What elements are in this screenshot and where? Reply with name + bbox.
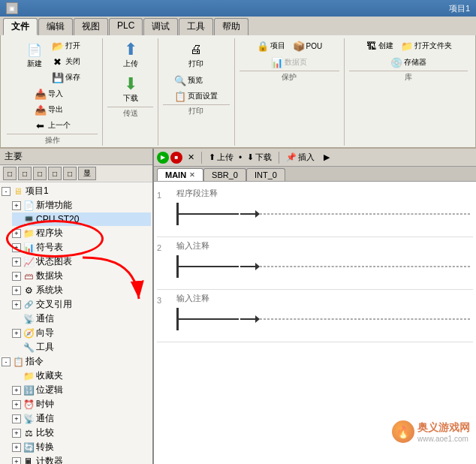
tree-item-bitlogic[interactable]: + 🔢 位逻辑 xyxy=(12,383,151,397)
tree-item-convert[interactable]: + 🔄 转换 xyxy=(12,440,151,454)
expand-counter[interactable]: + xyxy=(12,457,21,465)
expand-wizard[interactable]: + xyxy=(12,329,21,338)
import-button[interactable]: 📥 导入 xyxy=(32,86,74,101)
project-icon: 🖥 xyxy=(12,185,24,197)
tools-label: 工具 xyxy=(36,341,54,354)
open-folder-icon: 📁 xyxy=(401,40,413,52)
tree-item-newfeature[interactable]: + 📄 新增功能 xyxy=(12,198,151,212)
clock-icon: ⏰ xyxy=(23,399,35,411)
expand-convert[interactable]: + xyxy=(12,443,21,452)
symboltable-icon: 📊 xyxy=(23,242,35,254)
expand-newfeature[interactable]: + xyxy=(12,201,21,210)
upload-button[interactable]: ⬆ 上传 xyxy=(118,38,143,71)
expand-bitlogic[interactable]: + xyxy=(12,386,21,395)
save-button[interactable]: 💾 保存 xyxy=(49,70,83,85)
tree-item-progblocks[interactable]: + 📁 程序块 xyxy=(12,226,151,240)
tab-main[interactable]: MAIN ✕ xyxy=(157,168,203,181)
tab-main-close[interactable]: ✕ xyxy=(189,171,195,179)
tree-item-comm[interactable]: + 📡 通信 xyxy=(12,312,151,326)
tab-help[interactable]: 帮助 xyxy=(214,18,249,35)
tree-item-crossref[interactable]: + 🔗 交叉引用 xyxy=(12,297,151,312)
tree-item-statuschart[interactable]: + 📈 状态图表 xyxy=(12,255,151,269)
stop-button[interactable]: ■ xyxy=(170,152,182,164)
right-toolbar: ▶ ■ ✕ ⬆ 上传 • ⬇ 下载 📌 插入 ▶ xyxy=(154,149,476,167)
rung-line-1b xyxy=(260,213,470,215)
tab-sbr0[interactable]: SBR_0 xyxy=(203,168,246,181)
run-button[interactable]: ▶ xyxy=(157,152,169,164)
close-button[interactable]: ✖ 关闭 xyxy=(49,54,83,69)
tree-item-project[interactable]: - 🖥 项目1 xyxy=(2,184,151,198)
expand-instructions[interactable]: - xyxy=(2,357,11,366)
preview-button[interactable]: 🔍 预览 xyxy=(171,73,221,88)
expand-sysblock[interactable]: + xyxy=(12,286,21,295)
panel-btn-1[interactable]: □ xyxy=(3,167,17,180)
editor-content[interactable]: 1 程序段注释 xyxy=(154,182,476,464)
expand-clock[interactable]: + xyxy=(12,400,21,409)
tab-plc[interactable]: PLC xyxy=(109,18,143,35)
toolbar-upload-btn[interactable]: ⬆ 上传 xyxy=(205,150,237,164)
tree-item-compare[interactable]: + ⚖ 比较 xyxy=(12,426,151,440)
tree-item-favorites[interactable]: + 📁 收藏夹 xyxy=(12,369,151,383)
tree-item-tools[interactable]: + 🔧 工具 xyxy=(12,340,151,354)
tree-item-clock[interactable]: + ⏰ 时钟 xyxy=(12,397,151,411)
create-icon: 🏗 xyxy=(365,40,377,52)
expand-progblocks[interactable]: + xyxy=(12,229,21,238)
expand-symboltable[interactable]: + xyxy=(12,243,21,252)
toolbar-more-btn[interactable]: ▶ xyxy=(320,151,333,164)
tab-edit[interactable]: 编辑 xyxy=(38,18,73,35)
open-folder-button[interactable]: 📁 打开文件夹 xyxy=(398,38,455,53)
tree-item-instructions[interactable]: - 📋 指令 xyxy=(2,354,151,369)
expand-comm2[interactable]: + xyxy=(12,414,21,423)
up-arrow-icon: ⬆ xyxy=(209,152,215,162)
panel-btn-3[interactable]: □ xyxy=(33,167,47,180)
panel-btn-4[interactable]: □ xyxy=(48,167,62,180)
newfeature-icon: 📄 xyxy=(23,200,35,212)
protect-data-button[interactable]: 📊 数据页 xyxy=(268,55,310,70)
tree-item-comm2[interactable]: + 📡 通信 xyxy=(12,411,151,426)
expand-statuschart[interactable]: + xyxy=(12,258,21,267)
download-button[interactable]: ⬇ 下载 xyxy=(118,73,143,106)
statuschart-label: 状态图表 xyxy=(36,255,72,268)
actions-buttons: 📄 新建 📂 打开 ✖ 关闭 💾 保存 xyxy=(7,38,98,133)
print-main-button[interactable]: 🖨 打印 xyxy=(183,38,209,71)
page-setup-button[interactable]: 📋 页面设置 xyxy=(171,89,221,104)
toolbar-x-button[interactable]: ✕ xyxy=(184,151,198,164)
tab-view[interactable]: 视图 xyxy=(74,18,108,35)
panel-btn-5[interactable]: □ xyxy=(63,167,77,180)
tree-item-cpu[interactable]: + 💻 CPU ST20 xyxy=(12,212,151,226)
tree-item-counter[interactable]: + 🖩 计数器 xyxy=(12,454,151,464)
panel-btn-2[interactable]: □ xyxy=(18,167,32,180)
storage-button[interactable]: 💿 存储器 xyxy=(387,55,429,70)
toolbar-download-btn[interactable]: ⬇ 下载 xyxy=(243,150,276,164)
rung-1-content: 程序段注释 xyxy=(173,188,473,234)
expand-crossref[interactable]: + xyxy=(12,300,21,309)
panel-btn-display[interactable]: 显 xyxy=(78,167,96,180)
protect-pou-button[interactable]: 📦 POU xyxy=(290,38,326,53)
expand-compare[interactable]: + xyxy=(12,429,21,438)
toolbar-insert-btn[interactable]: 📌 插入 xyxy=(282,150,318,164)
rung-3: 3 输入注释 xyxy=(157,290,473,342)
comm-label: 通信 xyxy=(36,312,54,325)
new-button[interactable]: 📄 新建 xyxy=(22,38,47,71)
tab-tools[interactable]: 工具 xyxy=(179,18,213,35)
datablock-label: 数据块 xyxy=(36,270,63,282)
transfer-buttons: ⬆ 上传 ⬇ 下载 xyxy=(107,38,153,106)
prev-button[interactable]: ⬅ 上一个 xyxy=(32,118,74,133)
create-button[interactable]: 🏗 创建 xyxy=(362,38,396,53)
rung-number-2: 2 xyxy=(157,240,173,286)
expand-project[interactable]: - xyxy=(2,187,11,196)
expand-datablock[interactable]: + xyxy=(12,272,21,281)
tree-item-symboltable[interactable]: + 📊 符号表 xyxy=(12,240,151,255)
tree-item-datablock[interactable]: + 🗃 数据块 xyxy=(12,269,151,283)
ribbon-content: 📄 新建 📂 打开 ✖ 关闭 💾 保存 xyxy=(0,35,476,148)
tree-item-wizard[interactable]: + 🧭 向导 xyxy=(12,326,151,340)
tab-int0[interactable]: INT_0 xyxy=(246,168,285,181)
tab-file[interactable]: 文件 xyxy=(3,18,38,35)
open-button[interactable]: 📂 打开 xyxy=(49,38,83,53)
insert-label: 插入 xyxy=(298,152,315,163)
tree-item-sysblock[interactable]: + ⚙ 系统块 xyxy=(12,283,151,297)
tab-debug[interactable]: 调试 xyxy=(143,18,178,35)
protect-project-button[interactable]: 🔒 项目 xyxy=(254,38,288,53)
crossref-icon: 🔗 xyxy=(23,299,35,311)
export-button[interactable]: 📤 导出 xyxy=(32,102,74,117)
